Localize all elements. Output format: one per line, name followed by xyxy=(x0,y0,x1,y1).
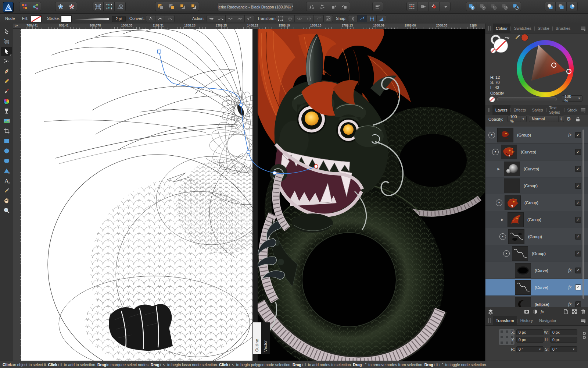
boolean-add-icon[interactable] xyxy=(466,2,477,11)
transform-mode-icon[interactable] xyxy=(276,15,285,22)
insert-without-fill-icon[interactable] xyxy=(66,2,77,11)
smooth-node-icon[interactable] xyxy=(155,15,165,22)
construction-snap-icon[interactable] xyxy=(377,15,386,22)
link-dimensions-icon[interactable] xyxy=(582,331,587,340)
mask-icon[interactable] xyxy=(524,309,530,315)
layer-row[interactable]: ▼(Group)✓ xyxy=(485,228,588,245)
rotate-cw-icon[interactable] xyxy=(339,2,350,11)
tab-text-styles[interactable]: Text Styles xyxy=(546,105,564,115)
shape-mid-icon[interactable] xyxy=(556,2,567,11)
move-selection-icon[interactable] xyxy=(417,2,429,11)
colour-eyedropper-icon[interactable] xyxy=(514,34,521,40)
move-tool[interactable] xyxy=(1,27,12,36)
smart-node-icon[interactable] xyxy=(165,15,175,22)
layer-visibility-checkbox[interactable]: ✓ xyxy=(575,132,581,138)
opacity-none-swatch[interactable] xyxy=(489,96,495,102)
horizontal-ruler[interactable]: 788.441888.41988.3781088.351188.311288.2… xyxy=(21,24,485,29)
tab-swatches[interactable]: Swatches xyxy=(511,24,534,33)
tab-styles[interactable]: Styles xyxy=(529,105,546,115)
panel-grip-icon[interactable] xyxy=(488,108,490,112)
layer-thumbnail[interactable] xyxy=(504,178,520,193)
point-transform-tool[interactable] xyxy=(1,57,12,66)
flip-vertical-icon[interactable] xyxy=(317,2,328,11)
mirror-handles-icon[interactable] xyxy=(304,15,314,22)
layer-fx-badge[interactable]: fx xyxy=(568,301,571,307)
disclosure-open-icon[interactable]: ▼ xyxy=(488,132,495,138)
layer-thumbnail[interactable] xyxy=(512,246,528,261)
layers-stack-icon[interactable] xyxy=(488,309,494,315)
fill-stroke-swatches[interactable] xyxy=(489,35,510,57)
view-split-bar[interactable] xyxy=(252,29,258,361)
layer-visibility-checkbox[interactable]: ✓ xyxy=(575,251,581,256)
tab-colour[interactable]: Colour xyxy=(493,24,510,33)
node-tool[interactable] xyxy=(1,47,12,56)
panel-grip-icon[interactable] xyxy=(488,318,491,323)
layer-visibility-checkbox[interactable]: ✓ xyxy=(575,268,581,273)
tab-navigator[interactable]: Navigator xyxy=(536,316,559,325)
transform-field-y[interactable]: 0 px xyxy=(516,337,544,343)
layer-visibility-checkbox[interactable]: ✓ xyxy=(575,149,581,155)
colour-wheel[interactable] xyxy=(517,40,574,97)
ruler-unit[interactable]: px xyxy=(13,24,21,29)
boolean-divide-icon[interactable] xyxy=(499,2,510,11)
disclosure-open-icon[interactable]: ▼ xyxy=(496,199,502,206)
layer-fx-badge[interactable]: fx xyxy=(568,284,571,290)
reverse-curves-icon[interactable] xyxy=(245,15,254,22)
disclosure-open-icon[interactable]: ▼ xyxy=(499,233,506,240)
layer-settings-gear-icon[interactable]: ⚙ xyxy=(566,116,571,122)
snapping-dropdown-arrow[interactable] xyxy=(440,2,451,11)
rounded-rectangle-tool[interactable] xyxy=(1,156,12,166)
layer-lock-icon[interactable] xyxy=(575,116,581,122)
layer-visibility-checkbox[interactable]: ✓ xyxy=(575,217,581,223)
transform-field-s[interactable]: 0 °▼ xyxy=(550,346,577,352)
adjustment-icon[interactable] xyxy=(532,309,538,315)
layer-row[interactable]: ▶(Group)✓ xyxy=(485,211,588,228)
layer-thumbnail[interactable] xyxy=(501,145,517,159)
insertion-target-icon[interactable] xyxy=(406,2,417,11)
place-image-tool[interactable] xyxy=(1,116,12,126)
insert-inside-icon[interactable] xyxy=(55,2,66,11)
blend-mode-combo[interactable]: Normal▲▼ xyxy=(529,116,564,122)
boolean-subtract-icon[interactable] xyxy=(477,2,488,11)
alignment-icon[interactable] xyxy=(372,2,383,11)
opacity-slider[interactable] xyxy=(497,97,557,101)
snap-all-handles-icon[interactable] xyxy=(367,15,377,22)
path-node-selected[interactable] xyxy=(314,164,318,168)
disclosure-open-icon[interactable]: ▼ xyxy=(503,250,510,257)
layer-thumbnail[interactable] xyxy=(508,212,524,227)
layer-thumbnail[interactable] xyxy=(508,229,524,244)
vertical-ruler[interactable]: 517.628617.596717.565817.533917.5021017.… xyxy=(13,29,22,361)
artboard-tool[interactable] xyxy=(1,37,12,46)
cycle-transform-icon[interactable] xyxy=(323,15,333,22)
transform-origin-icon[interactable] xyxy=(285,15,295,22)
flip-horizontal-icon[interactable] xyxy=(306,2,317,11)
stroke-swatch[interactable] xyxy=(61,15,72,22)
transform-field-h[interactable]: 0 px xyxy=(550,337,577,343)
pencil-tool[interactable] xyxy=(1,77,12,86)
transform-field-r[interactable]: 0 °▼ xyxy=(516,346,544,352)
transparency-tool[interactable] xyxy=(1,106,12,116)
artistic-text-tool[interactable]: A xyxy=(1,176,12,185)
break-curve-icon[interactable] xyxy=(207,15,216,22)
node-graph-icon[interactable] xyxy=(30,2,41,11)
snapping-grid-icon[interactable] xyxy=(104,2,115,11)
close-curve-icon[interactable] xyxy=(216,15,226,22)
colour-picker-tool[interactable] xyxy=(1,186,12,195)
join-curves-icon[interactable] xyxy=(235,15,245,22)
color-swatches-icon[interactable] xyxy=(19,2,30,11)
boolean-intersect-icon[interactable] xyxy=(488,2,499,11)
triangle-tool[interactable] xyxy=(1,166,12,176)
layer-visibility-checkbox[interactable]: ✓ xyxy=(575,166,581,172)
path-node[interactable] xyxy=(247,151,250,154)
smooth-curve-icon[interactable] xyxy=(226,15,235,22)
layer-thumbnail[interactable] xyxy=(515,297,531,307)
hue-selector[interactable] xyxy=(567,69,571,74)
shape-back-icon[interactable] xyxy=(567,2,578,11)
tab-brushes[interactable]: Brushes xyxy=(553,24,573,33)
layer-row[interactable]: (Curve)fx✓ xyxy=(485,279,588,296)
panel-menu-icon[interactable] xyxy=(580,318,586,323)
tab-stroke[interactable]: Stroke xyxy=(535,24,552,33)
document-title[interactable]: Ierko Radovancic - Black Dragon (180.0%)… xyxy=(218,3,293,11)
snap-to-geometry-icon[interactable] xyxy=(348,15,358,22)
move-to-back-icon[interactable] xyxy=(166,2,177,11)
